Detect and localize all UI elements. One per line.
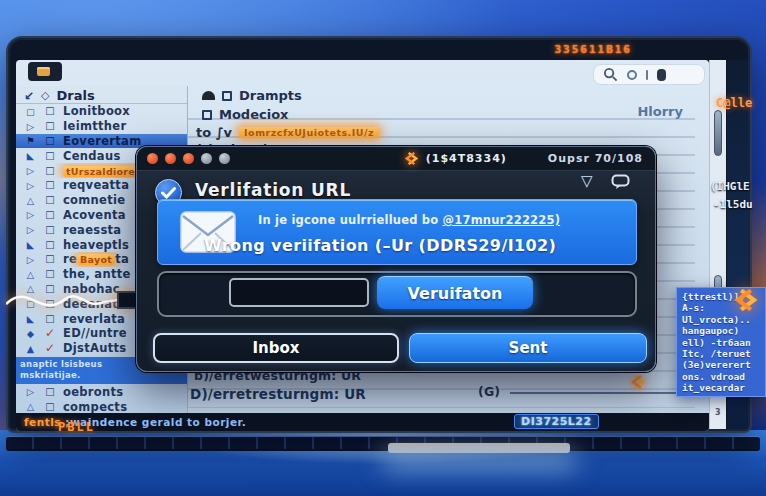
sidebar-item-label: Lonitboox: [63, 104, 130, 118]
sidebar-item-checkbox-icon[interactable]: ☐: [44, 120, 56, 132]
sidebar-item-label: Cendaus: [63, 149, 121, 163]
knot-logo-icon: [630, 374, 646, 390]
code-line: hangaupoc): [682, 325, 760, 336]
sidebar-item-label: DjstAutts: [63, 341, 126, 355]
sidebar-item-checkbox-icon[interactable]: ☐: [44, 253, 56, 265]
checkbox-icon[interactable]: [222, 91, 232, 101]
right-code-white1: (IHGlE: [710, 180, 750, 193]
sidebar-item-type-icon: ▷: [24, 224, 37, 235]
knot-logo-icon: [733, 287, 759, 313]
below-dialog-line2: D)/erretresturngm: UR: [190, 386, 366, 402]
drafts-label: Drampts: [239, 88, 302, 103]
sidebar-item[interactable]: ▷ ☐ Ieimtther: [16, 119, 187, 134]
sidebar-item-checkbox-icon[interactable]: ☐: [44, 135, 56, 147]
sidebar-item-checkbox-icon[interactable]: ☐: [44, 194, 56, 206]
dropdown-triangle-icon[interactable]: ▽: [581, 174, 593, 189]
scrollbar-thumb[interactable]: [714, 110, 722, 156]
sidebar-item-label: Eoverertam: [63, 134, 141, 148]
desktop-scene: 335611B16 ↙ ◇ Drals: [0, 0, 766, 496]
window-zoom-button[interactable]: [183, 153, 194, 164]
bezel-glow-code: 335611B16: [554, 43, 632, 56]
divider-icon: [646, 70, 648, 80]
glow-wire: [6, 270, 140, 330]
sidebar-item-label: compects: [63, 400, 127, 414]
sidebar-item-type-icon: △: [24, 195, 37, 206]
sent-button[interactable]: Sent: [409, 333, 647, 363]
dialog-title: Verlifation URL: [195, 180, 351, 200]
sidebar-item-type-icon: ▷: [24, 386, 37, 397]
message-panel: In je igcone uulrriellued bo @17mnur2222…: [157, 199, 637, 265]
sidebar-item-type-icon: ▷: [24, 121, 37, 132]
titlebar-number: (1$4T8334): [426, 152, 507, 165]
sidebar-item-checkbox-icon[interactable]: ☐: [44, 150, 56, 162]
verify-button[interactable]: Veruifaton: [377, 276, 533, 309]
right-code-orange: C@lle: [716, 96, 752, 110]
sidebar-item-type-icon: ▷: [24, 254, 37, 265]
message-line2: Wrong veriifation (–Ur (DDRS29/I102): [204, 236, 556, 255]
code-line: (3e)vererert: [682, 359, 760, 370]
sidebar-item[interactable]: ▷ ☐ oebronts: [16, 385, 187, 400]
address-underlined: @17mnur222225): [443, 213, 561, 227]
sidebar-item-checkbox-icon[interactable]: ☐: [44, 401, 56, 413]
code-line: Ul_vrocta)..: [682, 314, 760, 325]
sidebar-item-checkbox-icon[interactable]: ☐: [44, 239, 56, 251]
sidebar-item-checkbox-icon[interactable]: ☐: [44, 179, 56, 191]
code-line: it_vecardar: [682, 382, 760, 393]
list-row-drafts[interactable]: Drampts: [202, 88, 302, 103]
window-close-button[interactable]: [147, 153, 158, 164]
pbll-glow-label: PBLL: [58, 420, 95, 434]
history-label[interactable]: Hlorry: [637, 104, 683, 119]
sidebar-header[interactable]: ↙ ◇ Drals: [16, 88, 187, 104]
sidebar-item[interactable]: ▢ ☐ Lonitboox: [16, 104, 187, 119]
sidebar-item-type-icon: ◣: [24, 239, 37, 250]
sidebar-item-type-icon: ▷: [24, 165, 37, 176]
titlebar-right-group: (1$4T8334) Oupsr 70/108: [404, 151, 655, 166]
sidebar-item-checkbox-icon[interactable]: ☐: [44, 105, 56, 117]
status-text-orange: fentls: [24, 416, 61, 428]
sidebar-item-label: comnetie: [63, 193, 125, 207]
checkbox-icon[interactable]: [202, 110, 212, 120]
dialog-titlebar: (1$4T8334) Oupsr 70/108: [137, 147, 655, 171]
chat-bubble-icon[interactable]: [611, 174, 630, 190]
code-line: ell) -tr6aan: [682, 337, 760, 348]
sidebar-item-type-icon: ◣: [24, 150, 37, 161]
profile-pill-icon[interactable]: [657, 69, 666, 81]
to-label: to ∫v: [196, 125, 232, 140]
gutter-digit: 3: [715, 408, 721, 417]
sidebar-item-label: heaveptls: [63, 238, 129, 252]
sidebar-item-checkbox-icon[interactable]: ✓: [44, 341, 56, 355]
window-tab[interactable]: [28, 62, 62, 81]
g-label: (G): [478, 384, 500, 399]
sidebar-item-label: reqveatta: [63, 178, 129, 192]
search-icon[interactable]: [603, 67, 618, 82]
folder-icon: [37, 67, 50, 76]
message-line1: In je igcone uulrriellued bo @17mnur2222…: [258, 213, 560, 227]
status-bar: fentls ;waindence gerald to borjer. DI37…: [16, 413, 709, 431]
window-minimize-button[interactable]: [165, 153, 176, 164]
inbox-button[interactable]: Inbox: [153, 333, 399, 363]
sidebar-item-checkbox-icon[interactable]: ☐: [44, 209, 56, 221]
sidebar-item-checkbox-icon[interactable]: ☐: [44, 386, 56, 398]
sidebar-item-type-icon: ▢: [24, 106, 37, 117]
ring-icon[interactable]: [627, 70, 637, 80]
sidebar-item-label: reaessta: [63, 223, 121, 237]
sidebar-item-list-bottom: ▷ ☐ oebronts △ ☐ compects: [16, 385, 187, 415]
modeciox-label: Modeciox: [219, 107, 288, 122]
highlighted-address[interactable]: IomrzcfxUJuiotets.IU/z: [239, 127, 379, 138]
right-code-white2: -1l5du: [713, 198, 753, 211]
code-line: Itc, /teruet: [682, 348, 760, 359]
sidebar-item[interactable]: △ ☐ compects: [16, 399, 187, 414]
window-control-button[interactable]: [219, 153, 230, 164]
verification-input[interactable]: [229, 278, 369, 307]
contact-icon: [202, 91, 215, 100]
window-control-button[interactable]: [201, 153, 212, 164]
status-badge: DI3725L22: [514, 414, 599, 429]
sidebar-item-label: Ieimtther: [63, 119, 126, 133]
knot-logo-icon: [404, 151, 419, 166]
sidebar-item-label: oebronts: [63, 385, 123, 399]
sidebar-item-checkbox-icon[interactable]: ☐: [44, 165, 56, 177]
sidebar-item-checkbox-icon[interactable]: ☐: [44, 224, 56, 236]
list-row-to[interactable]: to ∫v IomrzcfxUJuiotets.IU/z: [196, 125, 379, 140]
list-row-modeciox[interactable]: Modeciox: [202, 107, 288, 122]
laptop-keyboard: [6, 436, 760, 451]
